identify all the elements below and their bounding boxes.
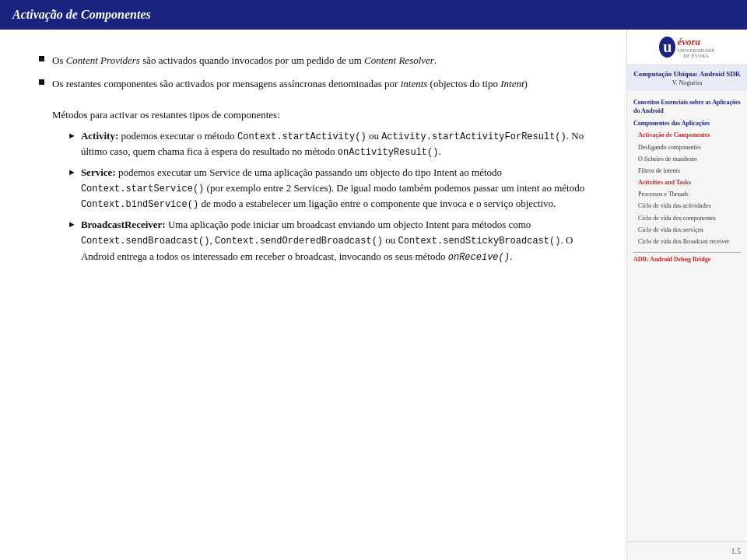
bullet-text-1: Os Content Providers são activados quand… xyxy=(52,53,595,68)
bullet-square-1 xyxy=(39,56,44,61)
bullet-item-2: Os restantes componentes são activados p… xyxy=(31,76,595,269)
arrow-1: ► xyxy=(68,129,76,142)
nav-componentes-section[interactable]: Componentes das Aplicações xyxy=(627,117,747,129)
nav-ciclo-actividades[interactable]: Ciclo de vida das actividades xyxy=(627,200,747,212)
sub-item-service: ► Service: podemos executar um Service d… xyxy=(52,165,595,212)
nav-filtros[interactable]: Filtros de intents xyxy=(627,165,747,177)
logo-university: UNIVERSIDADEDE ÉVORA xyxy=(677,48,714,58)
page-number: 1.5 xyxy=(731,547,742,555)
bullet-item-1: Os Content Providers são activados quand… xyxy=(31,53,595,68)
nav-activities[interactable]: Activities and Tasks xyxy=(627,177,747,188)
bullet2-content: Os restantes componentes são activados p… xyxy=(52,78,528,89)
main-area: Os Content Providers são activados quand… xyxy=(0,30,747,560)
sub-item-activity: ► Activity: podemos executar o método Co… xyxy=(52,128,595,160)
arrow-2: ► xyxy=(68,166,76,179)
sub-text-broadcast: BroadcastReceiver: Uma aplicação pode in… xyxy=(81,217,595,264)
sub-item-broadcast: ► BroadcastReceiver: Uma aplicação pode … xyxy=(52,217,595,264)
sidebar-course-info: Computação Ubíqua: Android SDK V. Noguei… xyxy=(627,65,747,91)
nav-ciclo-broadcast[interactable]: Ciclo de vida dos Broadcast receiver xyxy=(627,236,747,247)
sidebar-logo: u évora UNIVERSIDADEDE ÉVORA xyxy=(627,30,747,65)
bullet1-content: Os Content Providers são activados quand… xyxy=(52,54,437,66)
methods-intro: Métodos para activar os restantes tipos … xyxy=(52,109,280,121)
content-body: Os Content Providers são activados quand… xyxy=(31,53,595,269)
author-name: V. Nogueira xyxy=(633,79,741,86)
arrow-3: ► xyxy=(68,218,76,231)
nav-ficheiro[interactable]: O ficheiro de manifesto xyxy=(627,153,747,165)
logo-evora: évora xyxy=(677,36,700,48)
header-bar: Activação de Componentes xyxy=(0,0,747,30)
nav-processos[interactable]: Processos e Threads xyxy=(627,188,747,200)
page-title: Activação de Componentes xyxy=(12,8,151,22)
nav-conceitos[interactable]: Conceitos Essenciais sobre as Aplicações… xyxy=(627,96,747,117)
nav-activacao[interactable]: Activação de Componentes xyxy=(627,129,747,141)
sidebar-footer: 1.5 xyxy=(627,541,747,560)
nav-ciclo-componentes[interactable]: Ciclo de vida dos componentes xyxy=(627,212,747,224)
main-bullet-list: Os Content Providers são activados quand… xyxy=(31,53,595,269)
content-area: Os Content Providers são activados quand… xyxy=(0,30,626,560)
bullet-text-2: Os restantes componentes são activados p… xyxy=(52,76,595,269)
bullet-square-2 xyxy=(39,79,44,85)
logo-u: u xyxy=(659,37,675,58)
sub-text-activity: Activity: podemos executar o método Cont… xyxy=(81,128,595,160)
course-title: Computação Ubíqua: Android SDK xyxy=(633,70,741,78)
nav-desligando[interactable]: Desligando componentes xyxy=(627,142,747,153)
sub-text-service: Service: podemos executar um Service de … xyxy=(81,165,595,212)
sidebar: u évora UNIVERSIDADEDE ÉVORA Computação … xyxy=(626,30,747,560)
nav-ciclo-servicos[interactable]: Ciclo de vida dos serviços xyxy=(627,224,747,236)
sub-bullet-list: ► Activity: podemos executar o método Co… xyxy=(52,128,595,265)
sidebar-nav[interactable]: Conceitos Essenciais sobre as Aplicações… xyxy=(627,91,747,541)
nav-adb[interactable]: ADB: Android Debug Bridge xyxy=(633,256,741,264)
